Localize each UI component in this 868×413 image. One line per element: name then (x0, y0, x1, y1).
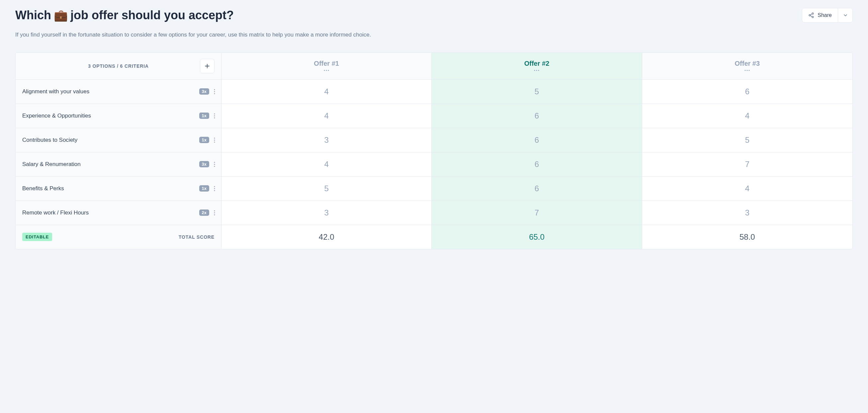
title-part-before: Which (15, 8, 51, 22)
criteria-controls: 3x (199, 160, 216, 169)
plus-icon (204, 63, 211, 69)
criteria-cell[interactable]: Benefits & Perks1x (16, 177, 221, 200)
briefcase-icon: 💼 (54, 10, 68, 21)
option-menu-button[interactable] (533, 69, 540, 72)
total-score-label: TOTAL SCORE (179, 234, 215, 240)
more-vertical-icon (214, 137, 215, 143)
editable-badge: EDITABLE (22, 233, 52, 241)
options-criteria-count: 3 OPTIONS / 6 CRITERIA (88, 63, 149, 69)
criteria-weight-badge[interactable]: 3x (199, 161, 209, 167)
score-cell[interactable]: 3 (221, 128, 432, 152)
score-value: 5 (745, 135, 749, 145)
criteria-controls: 3x (199, 87, 216, 96)
criteria-label: Contributes to Society (22, 137, 78, 144)
score-value: 6 (535, 160, 539, 169)
score-value: 6 (535, 184, 539, 193)
criteria-menu-button[interactable] (213, 87, 216, 96)
criteria-controls: 1x (199, 136, 216, 145)
option-header[interactable]: Offer #1 (221, 53, 432, 80)
option-header[interactable]: Offer #3 (642, 53, 852, 80)
criteria-weight-badge[interactable]: 3x (199, 88, 209, 95)
option-header[interactable]: Offer #2 (432, 53, 642, 80)
svg-point-23 (214, 139, 215, 140)
criteria-cell[interactable]: Contributes to Society1x (16, 128, 221, 152)
score-value: 3 (324, 135, 329, 145)
svg-point-25 (214, 162, 215, 163)
chevron-down-icon (843, 12, 848, 18)
title-part-after: job offer should you accept? (70, 8, 234, 22)
score-cell[interactable]: 6 (432, 128, 642, 152)
total-score-cell: 58.0 (642, 225, 852, 249)
criteria-cell[interactable]: Experience & Opportunities1x (16, 104, 221, 128)
score-cell[interactable]: 6 (642, 80, 852, 103)
svg-point-11 (536, 70, 537, 71)
score-cell[interactable]: 7 (642, 152, 852, 176)
svg-point-14 (747, 70, 748, 71)
score-value: 4 (745, 184, 749, 193)
criteria-cell[interactable]: Salary & Renumeration3x (16, 152, 221, 176)
score-cell[interactable]: 6 (432, 177, 642, 200)
criteria-weight-badge[interactable]: 1x (199, 137, 209, 143)
criteria-weight-badge[interactable]: 2x (199, 210, 209, 216)
score-cell[interactable]: 5 (221, 177, 432, 200)
svg-point-32 (214, 212, 215, 213)
criteria-controls: 1x (199, 112, 216, 120)
more-vertical-icon (214, 210, 215, 216)
svg-point-19 (214, 113, 215, 114)
criteria-weight-badge[interactable]: 1x (199, 185, 209, 192)
score-cell[interactable]: 4 (642, 177, 852, 200)
svg-point-29 (214, 188, 215, 189)
criteria-weight-badge[interactable]: 1x (199, 113, 209, 119)
total-score-cell: 65.0 (432, 225, 642, 249)
score-value: 6 (745, 87, 749, 96)
option-menu-button[interactable] (323, 69, 330, 72)
svg-line-3 (811, 15, 812, 17)
criteria-controls: 2x (199, 209, 216, 217)
criteria-menu-button[interactable] (213, 184, 216, 193)
score-cell[interactable]: 4 (642, 104, 852, 128)
criteria-label: Benefits & Perks (22, 185, 64, 192)
svg-point-27 (214, 166, 215, 167)
criteria-menu-button[interactable] (213, 136, 216, 145)
svg-point-12 (538, 70, 539, 71)
score-value: 4 (324, 160, 329, 169)
criteria-header-cell: 3 OPTIONS / 6 CRITERIA (16, 53, 221, 80)
score-cell[interactable]: 3 (642, 201, 852, 225)
criteria-controls: 1x (199, 184, 216, 193)
footer-left-cell: EDITABLETOTAL SCORE (16, 225, 221, 249)
total-score-value: 58.0 (740, 232, 755, 242)
share-button-group: Share (802, 8, 853, 23)
score-cell[interactable]: 4 (221, 104, 432, 128)
svg-point-20 (214, 115, 215, 116)
total-score-value: 65.0 (529, 232, 545, 242)
more-vertical-icon (214, 161, 215, 167)
score-cell[interactable]: 4 (221, 152, 432, 176)
score-cell[interactable]: 6 (432, 104, 642, 128)
total-score-cell: 42.0 (221, 225, 432, 249)
svg-point-16 (214, 89, 215, 90)
score-cell[interactable]: 5 (432, 80, 642, 103)
more-vertical-icon (214, 113, 215, 119)
score-cell[interactable]: 4 (221, 80, 432, 103)
svg-point-24 (214, 141, 215, 142)
criteria-menu-button[interactable] (213, 112, 216, 120)
svg-line-4 (811, 14, 812, 15)
svg-point-9 (328, 70, 329, 71)
criteria-menu-button[interactable] (213, 209, 216, 217)
score-value: 4 (324, 111, 329, 121)
criteria-menu-button[interactable] (213, 160, 216, 169)
share-icon (808, 12, 814, 18)
share-dropdown-button[interactable] (838, 8, 852, 22)
option-menu-button[interactable] (743, 69, 751, 72)
score-cell[interactable]: 3 (221, 201, 432, 225)
criteria-cell[interactable]: Alignment with your values3x (16, 80, 221, 103)
criteria-cell[interactable]: Remote work / Flexi Hours2x (16, 201, 221, 225)
share-button[interactable]: Share (802, 8, 838, 22)
add-option-button[interactable] (200, 59, 215, 73)
svg-point-7 (324, 70, 325, 71)
score-cell[interactable]: 6 (432, 152, 642, 176)
score-value: 6 (535, 111, 539, 121)
svg-point-10 (534, 70, 535, 71)
score-cell[interactable]: 7 (432, 201, 642, 225)
score-cell[interactable]: 5 (642, 128, 852, 152)
